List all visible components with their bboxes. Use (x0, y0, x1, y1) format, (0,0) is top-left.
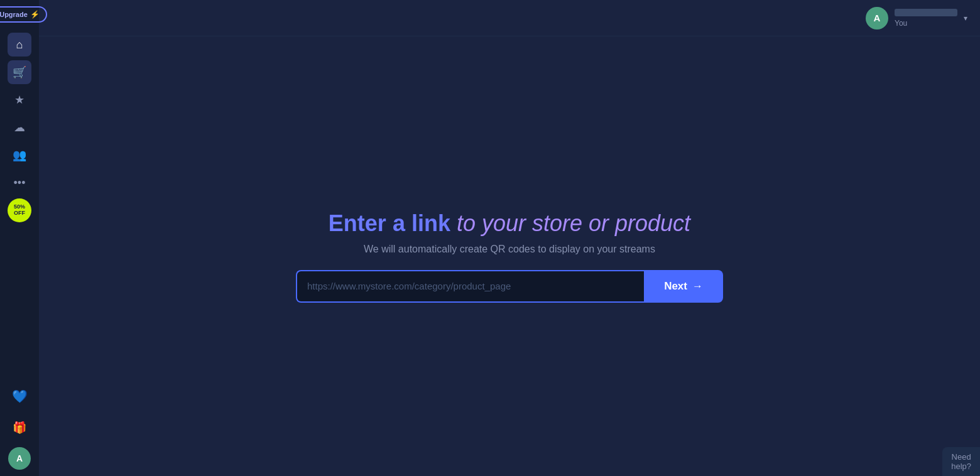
sidebar: Upgrade ⚡ ⌂ 🛒 ★ ☁ 👥 ••• 50%OFF 💙 🎁 A (0, 0, 39, 476)
content-area: Enter a link to your store or product We… (39, 36, 980, 476)
main-content: A You ▾ Enter a link to your store or pr… (39, 0, 980, 476)
people-icon: 👥 (13, 148, 26, 162)
sidebar-item-gift[interactable]: 🎁 (8, 416, 31, 440)
title-area: Enter a link to your store or product We… (329, 210, 690, 254)
url-input[interactable] (296, 270, 644, 303)
lightning-icon: ⚡ (30, 10, 40, 19)
input-row: Next → (296, 270, 723, 303)
arrow-icon: → (692, 280, 703, 293)
need-help-button[interactable]: Needhelp? (942, 447, 980, 476)
chevron-down-icon: ▾ (964, 14, 967, 23)
form-container: Enter a link to your store or product We… (290, 210, 729, 302)
user-name-area: You (895, 9, 957, 28)
sidebar-item-star[interactable]: ★ (8, 88, 31, 112)
next-label: Next (664, 280, 687, 293)
sidebar-user-avatar[interactable]: A (8, 447, 31, 470)
heart-icon[interactable]: 💙 (8, 384, 31, 408)
avatar-letter: A (16, 453, 23, 463)
discount-label: 50%OFF (14, 204, 25, 217)
user-menu[interactable]: A You ▾ (866, 7, 967, 30)
page-title: Enter a link to your store or product (329, 210, 690, 237)
header: A You ▾ (39, 0, 980, 36)
user-name-blurred (895, 9, 957, 16)
title-part1: Enter a link (329, 210, 450, 236)
user-avatar: A (866, 7, 888, 30)
next-button[interactable]: Next → (644, 270, 723, 303)
sidebar-item-more[interactable]: ••• (8, 171, 31, 195)
sidebar-bottom: 💙 🎁 A (8, 384, 31, 470)
sidebar-item-cloud[interactable]: ☁ (8, 116, 31, 139)
discount-badge[interactable]: 50%OFF (8, 198, 31, 222)
title-part2-italic: to your store or product (457, 210, 690, 236)
subtitle-content: We will automatically create QR codes to… (364, 244, 655, 254)
home-icon: ⌂ (16, 38, 23, 51)
user-label: You (895, 19, 957, 28)
cart-icon: 🛒 (13, 65, 26, 79)
cloud-icon: ☁ (14, 121, 25, 134)
need-help-label: Needhelp? (951, 452, 971, 471)
subtitle-text: We will automatically create QR codes to… (329, 244, 690, 255)
gift-icon: 🎁 (13, 421, 26, 435)
sidebar-item-home[interactable]: ⌂ (8, 33, 31, 57)
upgrade-label: Upgrade (0, 11, 28, 18)
sidebar-item-people[interactable]: 👥 (8, 143, 31, 167)
sidebar-item-cart[interactable]: 🛒 (8, 60, 31, 84)
star-icon: ★ (14, 93, 24, 107)
more-icon: ••• (14, 176, 26, 190)
